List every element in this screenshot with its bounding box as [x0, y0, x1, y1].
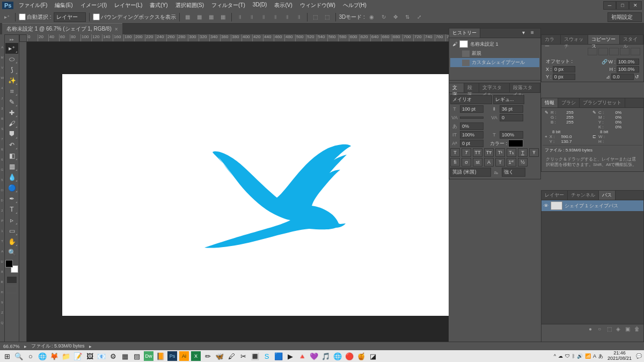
path-select-tool[interactable]: ▹ — [5, 215, 18, 226]
clone-src-icon[interactable] — [598, 48, 608, 55]
history-step[interactable]: 新規 — [450, 49, 539, 58]
menu-layer[interactable]: レイヤー(L) — [111, 1, 145, 10]
x-input[interactable]: 0 px — [553, 66, 575, 73]
app-icon[interactable]: ✂ — [238, 351, 248, 361]
app-icon[interactable]: 🦋 — [215, 351, 224, 361]
maximize-button[interactable]: □ — [616, 1, 629, 10]
start-button[interactable]: ⊞ — [2, 351, 12, 361]
app-icon[interactable]: ▶ — [286, 351, 295, 361]
color-swatches[interactable] — [5, 260, 18, 273]
subscript-button[interactable]: T₁ — [507, 148, 516, 157]
scale-input[interactable]: 0% — [460, 122, 484, 130]
ime-mode-icon[interactable]: あ — [598, 353, 603, 360]
screenmode-button[interactable] — [6, 286, 17, 293]
app-icon[interactable]: ◪ — [368, 351, 378, 361]
allcaps-button[interactable]: TT — [473, 148, 482, 157]
tray-up-icon[interactable]: ^ — [554, 353, 556, 359]
healing-tool[interactable]: ✚ — [5, 107, 18, 118]
app-icon[interactable]: 🖊 — [226, 351, 236, 361]
magic-wand-tool[interactable]: ✨ — [5, 75, 18, 86]
clock[interactable]: 21:462021/08/21 — [605, 351, 634, 361]
smallcaps-button[interactable]: Tᴛ — [484, 148, 494, 157]
firefox-icon[interactable]: 🦊 — [49, 351, 59, 361]
dodge-tool[interactable]: 🔵 — [5, 183, 18, 193]
font-size-input[interactable]: 100 pt — [460, 105, 484, 113]
kerning-input[interactable] — [460, 117, 484, 119]
style-dropdown[interactable]: レギュ... — [493, 95, 524, 104]
history-brush-tool[interactable]: ↶ — [5, 140, 18, 150]
collapse-icon[interactable]: ▾ — [522, 30, 530, 36]
menu-view[interactable]: 表示(V) — [271, 1, 295, 10]
clone-src-icon[interactable] — [631, 48, 640, 55]
lang-dropdown[interactable]: 英語 (米国) — [450, 168, 491, 177]
charstyle-tab[interactable]: 文字スタイル — [479, 83, 510, 92]
auto-select-dropdown[interactable]: レイヤー — [54, 12, 86, 22]
mask-icon[interactable]: ◈ — [616, 326, 624, 332]
reset-icon[interactable]: ↺ — [635, 74, 639, 79]
illustrator-icon[interactable]: Ai — [179, 351, 189, 361]
explorer-icon[interactable]: 📁 — [61, 351, 71, 361]
trash-icon[interactable]: 🗑 — [634, 326, 642, 332]
excel-icon[interactable]: X — [191, 351, 201, 361]
font-dropdown[interactable]: メイリオ — [450, 95, 492, 104]
new-path-icon[interactable]: ▣ — [625, 326, 633, 332]
menu-edit[interactable]: 編集(E) — [52, 1, 76, 10]
lasso-tool[interactable]: ⟆ — [5, 64, 18, 75]
baseline-input[interactable]: 0 pt — [460, 140, 484, 147]
gradient-tool[interactable]: ▦ — [5, 161, 18, 172]
dreamweaver-icon[interactable]: Dw — [144, 351, 153, 361]
vlc-icon[interactable]: 🔺 — [297, 351, 307, 361]
h-input[interactable]: 100.0% — [617, 66, 639, 73]
paths-tab[interactable]: パス — [599, 191, 616, 200]
blur-tool[interactable]: 💧 — [5, 172, 18, 183]
canvas-area[interactable]: 0204060801001201401601802002202402602803… — [19, 34, 449, 350]
chrome-icon[interactable]: 🌐 — [38, 351, 47, 361]
swash-button[interactable]: T — [495, 158, 505, 166]
align-icon[interactable]: ▦ — [207, 12, 216, 22]
vscale-input[interactable]: 100% — [460, 131, 484, 139]
bbox-checkbox[interactable]: バウンディングボックスを表示 — [93, 13, 176, 21]
app-icon[interactable]: 🌐 — [333, 351, 342, 361]
photos-icon[interactable]: 🖼 — [85, 351, 94, 361]
leading-input[interactable]: 36 pt — [500, 105, 523, 113]
underline-button[interactable]: T — [518, 148, 528, 157]
record-icon[interactable]: 🔴 — [345, 351, 354, 361]
brush-tab[interactable]: ブラシ — [558, 98, 580, 107]
path-item[interactable]: 👁シェイプ 1 シェイプパス — [541, 200, 643, 211]
fg-color-swatch[interactable] — [5, 260, 13, 267]
link-icon[interactable]: 🔗 — [602, 59, 608, 64]
auto-select-checkbox[interactable]: 自動選択 : — [19, 13, 52, 21]
fill-path-icon[interactable]: ● — [589, 326, 596, 332]
clone-src-icon[interactable] — [620, 48, 630, 55]
hand-tool[interactable]: ✋ — [5, 236, 18, 247]
outlook-icon[interactable]: 📧 — [97, 351, 106, 361]
distribute-icon[interactable]: ⫴ — [294, 12, 304, 22]
type-tool[interactable]: T — [5, 204, 18, 215]
sigma-button[interactable]: σ — [462, 158, 471, 166]
wifi-icon[interactable]: 📶 — [585, 353, 591, 359]
close-button[interactable]: ✕ — [629, 1, 642, 10]
notification-icon[interactable]: 💬 — [636, 353, 642, 359]
w-input[interactable]: 100.0% — [617, 59, 639, 65]
eyedropper-tool[interactable]: ✎ — [5, 97, 18, 107]
3d-icon[interactable]: ⇅ — [402, 12, 412, 22]
distribute-icon[interactable]: ⫴ — [247, 12, 257, 22]
app-icon[interactable]: 🔳 — [250, 351, 260, 361]
shape-tool[interactable]: ▭ — [5, 226, 18, 236]
y-input[interactable]: 0 px — [553, 74, 575, 80]
clone-src-icon[interactable] — [588, 48, 597, 55]
menu-file[interactable]: ファイル(F) — [16, 1, 50, 10]
visibility-icon[interactable]: 👁 — [544, 203, 548, 208]
st-button[interactable]: st — [473, 158, 482, 166]
history-tab[interactable]: ヒストリー — [449, 28, 480, 38]
menu-window[interactable]: ウィンドウ(W) — [297, 1, 339, 10]
bluetooth-icon[interactable]: ᛒ — [572, 353, 575, 359]
distribute-icon[interactable]: ⫴ — [259, 12, 268, 22]
selection-icon[interactable]: ⬚ — [607, 326, 614, 332]
distribute-icon[interactable]: ⫴ — [282, 12, 292, 22]
document-canvas[interactable] — [62, 74, 449, 316]
zoom-tool[interactable]: 🔍 — [5, 247, 18, 258]
menu-filter[interactable]: フィルター(T) — [208, 1, 248, 10]
menu-3d[interactable]: 3D(D) — [250, 1, 270, 10]
parastyle-tab[interactable]: 段落スタイル — [510, 83, 540, 92]
